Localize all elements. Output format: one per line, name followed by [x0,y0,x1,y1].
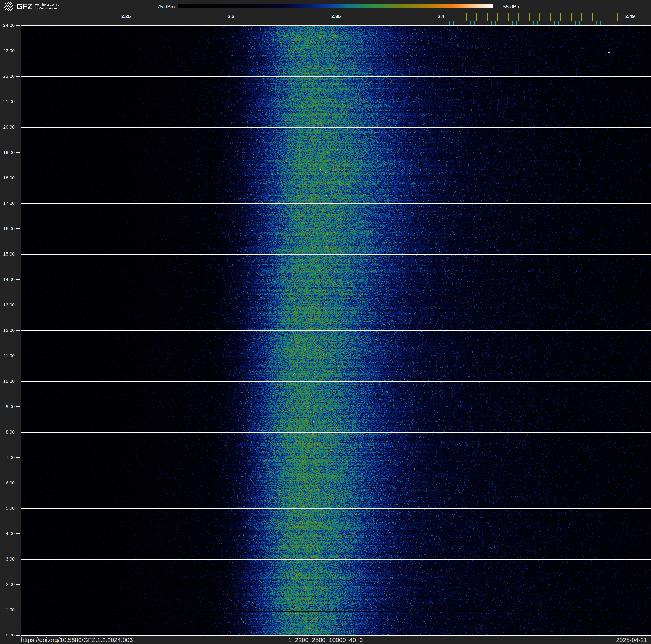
ble-channel-tick [512,21,513,26]
spectrogram-canvas [21,25,651,636]
ble-channel-tick [567,21,567,26]
freq-minor-tick [42,20,42,26]
doi-text: https://doi.org/10.5880/GFZ.1.2.2024.003 [21,637,133,643]
ble-channel-tick [483,21,483,26]
ble-channel-tick [575,21,576,26]
spectrogram-page: GFZ Helmholtz Centre for Geosciences -75… [0,0,651,644]
freq-minor-tick [126,20,126,26]
time-tick [16,610,20,610]
time-tick-label: 6:00 [0,480,15,486]
freq-minor-tick [420,20,420,26]
time-tick [16,51,20,51]
wifi-channel14-tick [617,12,618,21]
freq-minor-tick [189,20,189,26]
ble-channel-tick [563,21,563,26]
ble-channel-tick [517,21,517,26]
ble-channel-tick [521,21,521,26]
wifi-channel-tick [550,12,551,21]
ble-channel-tick [584,21,584,26]
freq-minor-tick [168,20,168,26]
ble-channel-tick [495,21,496,26]
ble-channel-tick [445,21,445,26]
ble-channel-tick [500,21,500,26]
time-tick-label: 13:00 [0,302,15,308]
freq-minor-tick [315,20,315,26]
ble-channel-tick [546,21,546,26]
time-tick-label: 19:00 [0,150,15,155]
time-tick-label: 9:00 [0,404,15,409]
freq-minor-tick [630,20,630,26]
time-tick [16,203,20,203]
gfz-brand: GFZ [17,2,32,11]
ble-channel-tick [604,21,605,26]
ble-channel-tick [596,21,597,26]
gfz-globe-icon [4,2,13,11]
gfz-org-name: Helmholtz Centre for Geosciences [35,3,59,10]
time-tick [16,584,20,585]
wifi-channel-tick [476,12,477,21]
time-tick-label: 10:00 [0,379,15,384]
colorbar-min-label: -75 dBm [156,4,175,10]
gfz-org-line2: for Geosciences [35,6,59,10]
ble-channel-tick [508,21,508,26]
time-tick [16,152,20,153]
ble-channel-tick [474,21,475,26]
time-tick [16,127,20,127]
time-tick-label: 17:00 [0,201,15,206]
time-tick-label: 4:00 [0,531,15,536]
freq-minor-tick [357,20,357,26]
colorbar-max-label: -55 dBm [501,4,521,10]
freq-minor-tick [147,20,147,26]
time-tick-label: 18:00 [0,175,15,181]
time-tick [16,101,20,102]
ble-channel-tick [466,21,466,26]
time-tick-label: 2:00 [0,582,15,587]
ble-channel-tick [449,21,450,26]
freq-minor-tick [441,20,441,26]
freq-minor-tick [294,20,294,26]
time-tick [16,330,20,331]
ble-channel-tick [550,21,550,26]
time-tick-label: 8:00 [0,430,15,435]
time-tick-label: 7:00 [0,455,15,460]
wifi-channel-tick [519,12,519,21]
ble-channel-tick [462,21,462,26]
ble-channel-tick [541,21,542,26]
footer-bar: https://doi.org/10.5880/GFZ.1.2.2024.003… [0,636,651,644]
ble-channel-tick [504,21,504,26]
ble-channel-tick [470,21,471,26]
ble-channel-tick [600,21,601,26]
ble-channel-tick [458,21,458,26]
gfz-logo: GFZ Helmholtz Centre for Geosciences [4,1,59,12]
ble-channel-tick [592,21,592,26]
time-tick [16,432,20,432]
ble-channel-tick [491,21,492,26]
freq-minor-tick [273,20,273,26]
colorbar [178,4,494,8]
time-tick [16,635,20,636]
ble-channel-tick [558,21,559,26]
time-tick [16,305,20,305]
time-tick-label: 5:00 [0,505,15,511]
freq-minor-tick [63,20,63,26]
ble-channel-tick [478,21,479,26]
wifi-channel-tick [487,12,488,21]
ble-channel-tick [609,21,609,26]
time-tick-label: 11:00 [0,353,15,358]
freq-tick-label: 2.35 [331,13,341,19]
time-tick-label: 23:00 [0,48,15,54]
ble-channel-tick [571,21,571,26]
time-tick [16,229,20,229]
time-tick [16,279,20,280]
ble-channel-tick [533,21,534,26]
ble-channel-tick [529,21,529,26]
freq-minor-tick [399,20,399,26]
wifi-channel-tick [582,12,582,21]
wifi-channel-tick [539,12,540,21]
wifi-channel-tick [560,12,561,21]
time-tick-label: 16:00 [0,226,15,231]
freq-minor-tick [336,20,336,26]
freq-minor-tick [105,20,105,26]
time-tick [16,356,20,356]
time-tick-label: 24:00 [0,23,15,28]
